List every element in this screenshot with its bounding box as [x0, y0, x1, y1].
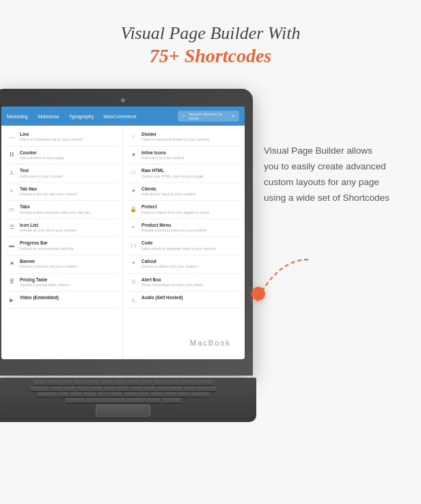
search-bar[interactable]: 🔍 Search element by name... ✕ — [178, 111, 239, 122]
key — [104, 387, 116, 391]
item-desc: Include a tab nav into your content — [20, 192, 77, 197]
item-title: Divider — [141, 132, 210, 137]
search-placeholder: Search element by name... — [189, 112, 229, 120]
list-item: ⚑ Banner Include a Banner into your cont… — [5, 255, 118, 274]
item-desc: Include a product menu in your content — [141, 228, 206, 233]
key — [157, 387, 169, 391]
key-row — [0, 380, 254, 385]
item-title: Icon List — [20, 223, 77, 228]
tabs-icon: ▭ — [7, 204, 16, 214]
item-title: Code — [141, 240, 216, 246]
code-icon: { } — [128, 240, 138, 250]
item-desc: Place a horizontal line in your content. — [20, 137, 83, 142]
key — [190, 392, 209, 397]
list-item: ▶ Video (Embedded) — [5, 292, 118, 309]
key — [150, 392, 163, 397]
list-item: ⚠ Alert Box Show information to users wi… — [127, 274, 241, 292]
list-item: ▭ Tabs Include a tabs container after yo… — [5, 201, 118, 219]
rawhtml-icon: </> — [128, 168, 138, 178]
screen-content: — Line Place a horizontal line in your c… — [1, 126, 245, 359]
item-desc: Include a pricing table column — [20, 283, 70, 288]
item-desc: Output raw HTML code on your page — [141, 174, 203, 179]
key — [144, 387, 156, 391]
screen-left-column: — Line Place a horizontal line in your c… — [1, 126, 123, 359]
key — [37, 392, 56, 397]
productmenu-icon: ≡ — [128, 223, 138, 232]
key — [97, 392, 109, 397]
key — [83, 392, 96, 397]
item-desc: Add counters to your page — [20, 156, 64, 160]
item-title: Raw HTML — [141, 168, 203, 173]
progressbar-icon: ▬ — [7, 240, 16, 250]
item-title: Protect — [141, 204, 209, 210]
inlineicons-icon: ★ — [128, 150, 138, 160]
close-icon[interactable]: ✕ — [231, 113, 235, 119]
divider-icon: ÷ — [128, 132, 138, 141]
item-desc: Protect content from non logged in users — [141, 210, 209, 215]
item-title: Video (Embedded) — [20, 295, 59, 300]
desc-line1: Visual Page Builder allows — [264, 145, 372, 156]
desc-line2: you to easily create advanced — [264, 161, 386, 171]
item-title: Alert Box — [141, 277, 203, 283]
item-desc: Add clients logos in your content — [141, 192, 195, 197]
key — [100, 380, 113, 385]
list-item: ≡ Tab Nav Include a tab nav into your co… — [5, 183, 118, 201]
key-row — [0, 398, 254, 403]
orange-dot-indicator — [252, 287, 265, 300]
header-title-line1: Visual Page Builder With — [0, 22, 421, 45]
keyboard-keys — [0, 378, 256, 404]
laptop-keyboard — [0, 378, 256, 422]
item-title: Callout — [141, 259, 198, 264]
item-title: Clients — [141, 186, 195, 192]
screen-toolbar: Marketing Slideshow Typography WooCommer… — [1, 107, 245, 126]
tab-typography: Typography — [69, 114, 94, 119]
line-icon: — — [7, 132, 16, 141]
key — [70, 392, 83, 397]
key — [90, 387, 103, 391]
laptop-brand-label: MacBook — [190, 339, 231, 347]
key — [131, 387, 143, 391]
laptop-screen: Marketing Slideshow Typography WooCommer… — [1, 107, 245, 359]
list-item: { } Code Add a block of example code to … — [127, 237, 241, 255]
tab-slideshow: Slideshow — [38, 114, 59, 119]
banner-icon: ⚑ — [7, 259, 16, 268]
key-row — [0, 392, 254, 397]
list-item: ≡ Product Menu Include a product menu in… — [127, 219, 241, 238]
protect-icon: 🔒 — [128, 204, 138, 214]
key — [117, 387, 129, 391]
key — [74, 380, 86, 385]
key — [137, 392, 149, 397]
key — [64, 387, 76, 391]
key — [184, 387, 196, 391]
key — [162, 398, 181, 403]
key — [66, 398, 85, 403]
laptop-camera — [121, 98, 125, 102]
iconlist-icon: ☰ — [7, 223, 16, 232]
list-item: A Text Add a text in your content — [5, 165, 118, 183]
key — [113, 380, 126, 385]
key — [154, 380, 166, 385]
tab-marketing: Marketing — [7, 114, 28, 119]
item-title: Line — [20, 132, 83, 137]
list-item: </> Raw HTML Output raw HTML code on you… — [127, 165, 241, 183]
key — [163, 392, 176, 397]
key — [33, 380, 46, 385]
key — [124, 392, 136, 397]
key — [60, 380, 72, 385]
key — [57, 392, 69, 397]
header-title-line2: 75+ Shortcodes — [0, 45, 421, 67]
pricingtable-icon: ≣ — [7, 277, 16, 287]
callout-icon: ❝ — [128, 259, 138, 268]
text-icon: A — [7, 168, 16, 178]
item-title: Audio (Self Hosted) — [141, 295, 182, 300]
list-item: ▬ Progress Bar Include an informational … — [5, 237, 118, 255]
list-item: ✦ Clients Add clients logos in your cont… — [127, 183, 241, 201]
item-desc: Add icons to your content — [141, 156, 184, 160]
key — [47, 380, 59, 385]
list-item: — Line Place a horizontal line in your c… — [5, 128, 118, 147]
list-item: ★ Inline Icons Add icons to your content — [127, 147, 241, 165]
item-title: Inline Icons — [141, 150, 184, 156]
header-section: Visual Page Builder With 75+ Shortcodes — [0, 0, 421, 81]
tab-woocommerce: WooCommerce — [103, 114, 137, 119]
audio-icon: ♫ — [128, 295, 138, 305]
